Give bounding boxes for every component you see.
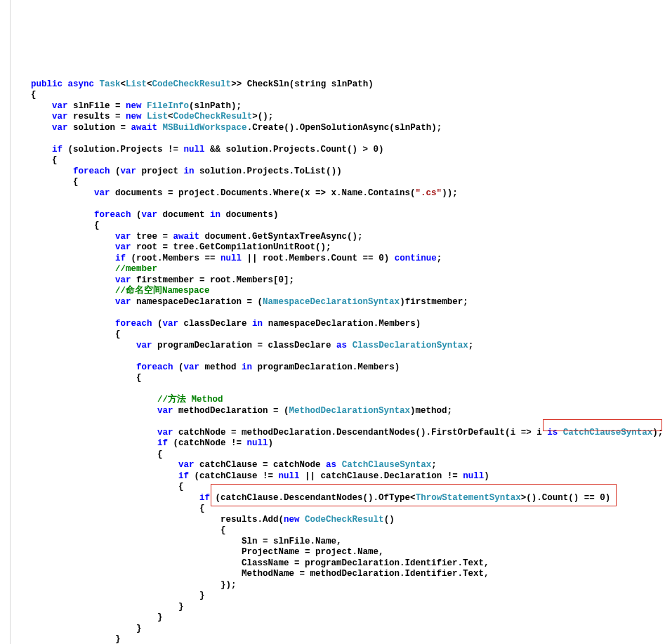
- code-line: }: [31, 591, 205, 600]
- code-line: var solution = await MSBuildWorkspace.Cr…: [31, 123, 442, 133]
- code-line: var catchNode = methodDeclaration.Descen…: [31, 428, 663, 438]
- code-line: }: [31, 624, 142, 633]
- code-line: //member: [31, 264, 157, 274]
- code-line: var tree = await document.GetSyntaxTreeA…: [31, 232, 363, 242]
- code-line: {: [31, 504, 205, 513]
- code-line: if (catchClause != null || catchClause.D…: [31, 471, 489, 481]
- code-line: [31, 351, 37, 361]
- code-line: ProjectName = project.Name,: [31, 547, 384, 557]
- code-line: var namespaceDeclaration = (NamespaceDec…: [31, 297, 468, 307]
- code-line: foreach (var method in programDeclaratio…: [31, 362, 400, 372]
- code-line: foreach (var classDeclare in namespaceDe…: [31, 319, 421, 329]
- code-line: [31, 133, 37, 143]
- code-line: var root = tree.GetCompilationUnitRoot()…: [31, 242, 331, 252]
- code-line: if (solution.Projects != null && solutio…: [31, 145, 384, 155]
- code-line: }: [31, 634, 121, 644]
- code-line: }: [31, 612, 163, 622]
- code-line: [31, 416, 37, 426]
- code-line: });: [31, 580, 237, 590]
- code-line: }: [31, 602, 184, 612]
- code-line: {: [31, 155, 58, 165]
- code-line: ClassName = programDeclaration.Identifie…: [31, 558, 489, 568]
- code-line: foreach (var document in documents): [31, 210, 279, 220]
- code-line: MethodName = methodDeclaration.Identifie…: [31, 569, 489, 579]
- code-line: [31, 308, 37, 317]
- code-editor-content: public async Task<List<CodeCheckResult>>…: [14, 68, 665, 644]
- code-line: //命名空间Namespace: [31, 286, 210, 296]
- code-line: var catchClause = catchNode as CatchClau…: [31, 460, 437, 470]
- code-line: {: [31, 329, 121, 339]
- code-line: public async Task<List<CodeCheckResult>>…: [31, 79, 374, 89]
- code-line: var firstmember = root.Members[0];: [31, 275, 294, 285]
- code-line: {: [31, 90, 37, 100]
- code-line: [31, 199, 37, 209]
- code-line: Sln = slnFile.Name,: [31, 537, 342, 546]
- code-line: [31, 384, 37, 394]
- code-line: var methodDeclaration = (MethodDeclarati…: [31, 406, 452, 416]
- code-line: var results = new List<CodeCheckResult>(…: [31, 112, 273, 121]
- code-line: if (catchClause.DescendantNodes().OfType…: [31, 493, 610, 503]
- code-line: if (catchNode != null): [31, 438, 273, 448]
- code-line: var slnFile = new FileInfo(slnPath);: [31, 101, 242, 111]
- code-line: {: [31, 482, 184, 492]
- code-line: {: [31, 373, 142, 383]
- editor-gutter: [0, 0, 11, 644]
- code-line: {: [31, 525, 226, 535]
- code-line: if (root.Members == null || root.Members…: [31, 254, 442, 263]
- code-line: {: [31, 221, 100, 230]
- code-line: foreach (var project in solution.Project…: [31, 166, 342, 176]
- code-line: //方法 Method: [31, 395, 223, 405]
- code-line: var documents = project.Documents.Where(…: [31, 188, 458, 198]
- code-line: results.Add(new CodeCheckResult(): [31, 515, 395, 525]
- code-line: {: [31, 177, 79, 187]
- code-line: {: [31, 449, 163, 459]
- code-line: var programDeclaration = classDeclare as…: [31, 341, 473, 350]
